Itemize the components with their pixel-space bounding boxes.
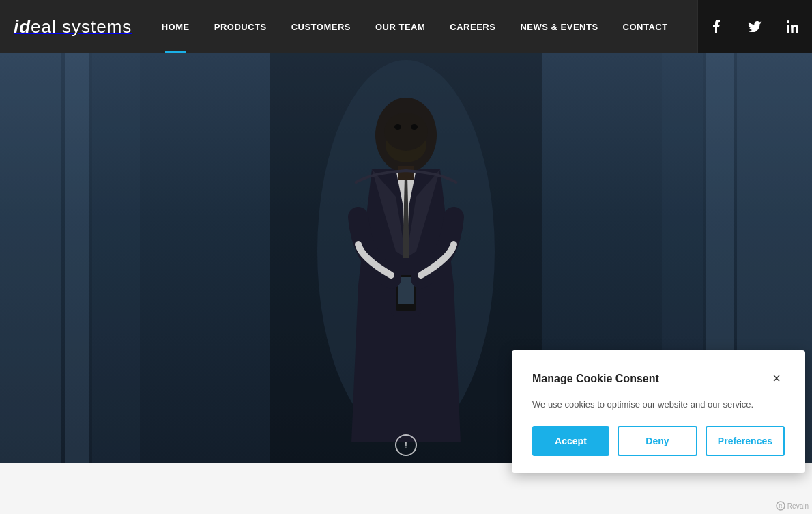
svg-text:R: R xyxy=(779,504,782,509)
arch-col-1 xyxy=(0,53,61,463)
cookie-consent-dialog: Manage Cookie Consent × We use cookies t… xyxy=(512,350,805,474)
revain-watermark: R Revain xyxy=(776,501,809,511)
logo-text: ideal systems xyxy=(14,16,132,37)
nav-our-team[interactable]: OUR TEAM xyxy=(363,0,437,53)
arch-col-2 xyxy=(65,53,89,463)
cookie-preferences-button[interactable]: Preferences xyxy=(706,426,785,456)
revain-logo-icon: R xyxy=(776,501,785,511)
svg-point-8 xyxy=(394,124,401,130)
logo[interactable]: ideal systems xyxy=(14,16,132,38)
twitter-icon[interactable] xyxy=(736,0,774,53)
svg-rect-2 xyxy=(398,166,414,180)
svg-point-9 xyxy=(411,124,418,130)
cookie-close-button[interactable]: × xyxy=(768,371,785,387)
facebook-icon[interactable] xyxy=(697,0,736,53)
scroll-indicator[interactable]: ! xyxy=(395,434,417,456)
nav-products[interactable]: PRODUCTS xyxy=(202,0,279,53)
cookie-deny-button[interactable]: Deny xyxy=(618,426,697,456)
nav-home[interactable]: HOME xyxy=(149,0,202,53)
nav-careers[interactable]: CAREERS xyxy=(437,0,508,53)
cookie-body-text: We use cookies to optimise our website a… xyxy=(532,398,785,412)
nav-news-events[interactable]: NEWS & EVENTS xyxy=(508,0,610,53)
cookie-buttons: Accept Deny Preferences xyxy=(532,426,785,456)
cookie-title: Manage Cookie Consent xyxy=(532,373,659,385)
social-bar xyxy=(697,0,812,53)
header: ideal systems HOME PRODUCTS CUSTOMERS OU… xyxy=(0,0,812,53)
cookie-accept-button[interactable]: Accept xyxy=(532,426,609,456)
nav-customers[interactable]: CUSTOMERS xyxy=(279,0,363,53)
person-figure xyxy=(290,53,522,449)
nav-contact[interactable]: CONTACT xyxy=(611,0,680,53)
svg-point-7 xyxy=(384,113,428,151)
main-nav: HOME PRODUCTS CUSTOMERS OUR TEAM CAREERS… xyxy=(149,0,680,53)
cookie-header: Manage Cookie Consent × xyxy=(532,371,785,387)
linkedin-icon[interactable] xyxy=(774,0,812,53)
arch-col-3 xyxy=(92,53,140,463)
